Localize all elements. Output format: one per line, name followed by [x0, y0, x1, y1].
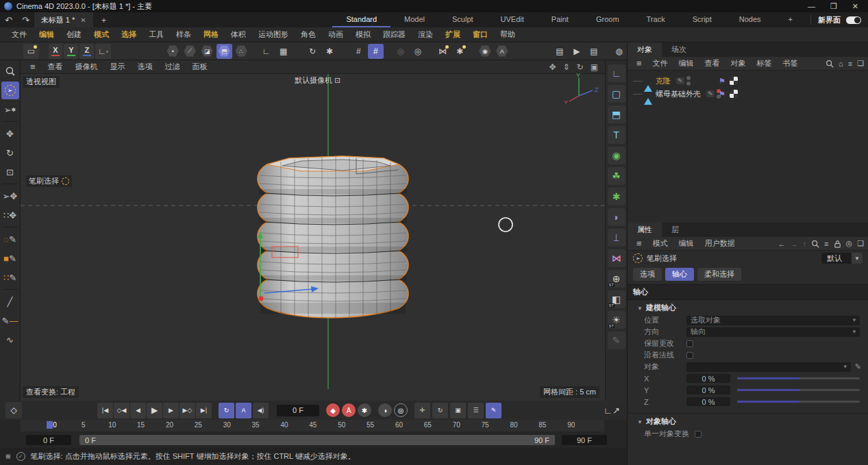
layout-tab-model[interactable]: Model	[390, 12, 438, 27]
falloff-settings-icon[interactable]: ◎	[410, 44, 425, 59]
layout-tab-paint[interactable]: Paint	[538, 12, 582, 27]
menu-tracker[interactable]: 跟踪器	[377, 29, 412, 40]
keying-settings-icon[interactable]: ✱	[358, 403, 371, 417]
mirror-settings-icon[interactable]: ✱	[452, 44, 468, 59]
layout-tab-standard[interactable]: Standard	[332, 12, 390, 27]
object-list[interactable]: 克隆 ✎ ⚑ 螺母基础外壳 ✎ ⚑	[628, 71, 868, 223]
text-object-icon[interactable]: T	[608, 126, 625, 144]
am-lock-icon[interactable]	[834, 240, 841, 248]
direction-dropdown[interactable]: 轴向▼	[686, 327, 860, 337]
sound-button[interactable]: ◀)	[253, 403, 269, 418]
polygon-mode-icon[interactable]: ◪	[199, 44, 215, 59]
om-menu-bookmarks[interactable]: 书签	[778, 58, 803, 68]
om-search-icon[interactable]	[826, 60, 834, 68]
keyframe-selection-icon[interactable]: ◑	[378, 403, 392, 417]
prev-key-button[interactable]: ◇◀	[114, 403, 129, 418]
layout-tab-script[interactable]: Script	[679, 12, 726, 27]
keyframe-presets-icon[interactable]: ◎	[394, 403, 408, 417]
next-frame-button[interactable]: ▶	[163, 403, 179, 418]
om-home-icon[interactable]: ⌂	[839, 60, 843, 68]
menu-create[interactable]: 创建	[60, 29, 88, 40]
tab-takes[interactable]: 场次	[662, 42, 696, 57]
phong-tag-icon[interactable]	[730, 90, 738, 98]
range-start-field[interactable]: 0 F	[26, 435, 71, 445]
object-link-field[interactable]: ▼	[686, 362, 851, 372]
am-target-icon[interactable]: ◎	[846, 239, 853, 248]
am-popout-icon[interactable]: ❏	[857, 239, 864, 248]
project-settings-icon[interactable]: ▭	[23, 44, 39, 59]
menu-mesh[interactable]: 网格	[197, 29, 225, 40]
field-axis-icon[interactable]: ⟘	[608, 229, 625, 247]
record-keyframe-button[interactable]: ◇	[5, 402, 22, 418]
axis-settings-icon[interactable]: ✱	[321, 44, 337, 59]
am-hamburger-icon[interactable]: ≡	[632, 238, 647, 249]
range-end-field[interactable]: 90 F	[562, 435, 607, 445]
menu-select[interactable]: 选择	[115, 29, 142, 40]
object-name[interactable]: 螺母基础外壳	[656, 89, 701, 99]
sky-object-icon[interactable]: ⊕ST	[608, 270, 625, 288]
menu-volume[interactable]: 体积	[225, 29, 252, 40]
key-pla-button[interactable]: ✎	[486, 403, 501, 418]
mode-tab-options[interactable]: 选项	[633, 268, 662, 281]
scene-canvas[interactable]	[21, 74, 605, 389]
am-forward-icon[interactable]: →	[791, 240, 798, 248]
vp-menu-filter[interactable]: 过滤	[160, 62, 186, 72]
loop-playback-button[interactable]: ↻	[219, 403, 234, 418]
zoom-tool-icon[interactable]	[1, 62, 19, 80]
menu-render[interactable]: 渲染	[412, 29, 439, 40]
visibility-dots[interactable]	[686, 76, 691, 86]
menu-simulate[interactable]: 模拟	[349, 29, 377, 40]
vp-menu-camera[interactable]: 摄像机	[70, 62, 103, 72]
x-axis-lock-button[interactable]: X	[49, 44, 63, 59]
snap-grid-icon[interactable]: #	[351, 44, 367, 59]
menu-animate[interactable]: 动画	[322, 29, 349, 40]
polygon-pen-tool-icon[interactable]: ■✎	[1, 249, 19, 267]
enable-axis-icon[interactable]: ↻	[304, 44, 320, 59]
x-slider[interactable]	[737, 377, 860, 379]
volume-pen-tool-icon[interactable]: ∷✎	[1, 268, 19, 286]
live-selection-tool-icon[interactable]: ➢	[1, 81, 19, 99]
goto-start-button[interactable]: |◀	[97, 403, 113, 418]
render-view-icon[interactable]: ▤	[551, 44, 567, 59]
vp-menu-options[interactable]: 选项	[132, 62, 158, 72]
next-key-button[interactable]: ▶◇	[179, 403, 195, 418]
scale-tool-icon[interactable]: ⊡	[1, 163, 19, 181]
add-tab-button[interactable]: +	[93, 15, 115, 25]
am-menu-mode[interactable]: 模式	[648, 238, 673, 249]
menu-mode[interactable]: 模式	[88, 29, 115, 40]
tab-attributes[interactable]: 属性	[628, 223, 662, 237]
om-menu-tags[interactable]: 标签	[752, 58, 777, 68]
quantize-lock-icon[interactable]: #	[368, 44, 384, 59]
preset-dropdown[interactable]: 默认 ▼	[821, 253, 863, 264]
auto-hex-icon[interactable]: A	[494, 44, 510, 59]
play-button[interactable]: ▶	[147, 403, 162, 418]
menu-tools[interactable]: 工具	[142, 29, 170, 40]
am-back-icon[interactable]: ←	[778, 240, 786, 248]
light-object-icon[interactable]: ☀ST	[608, 311, 625, 329]
timeline-window-icon[interactable]: ∟↗	[604, 405, 620, 416]
points-mode-icon[interactable]: •	[165, 44, 181, 59]
key-scale-button[interactable]: ▣	[450, 403, 466, 418]
render-settings-icon[interactable]: ▤	[586, 44, 602, 59]
sketch-tool-icon[interactable]: ∿	[1, 331, 19, 349]
layout-tab-nodes[interactable]: Nodes	[726, 12, 775, 27]
am-search-icon[interactable]	[811, 240, 819, 248]
y-slider[interactable]	[737, 389, 860, 391]
keep-changes-checkbox[interactable]	[686, 340, 693, 347]
flag-tag-icon[interactable]: ⚑	[719, 77, 726, 86]
tweak-tool-icon[interactable]: ➢✱	[1, 101, 19, 118]
current-frame-field[interactable]: 0 F	[277, 405, 319, 416]
cloner-object-icon[interactable]	[644, 77, 653, 86]
deformer-icon[interactable]: ◗	[608, 208, 625, 226]
new-ui-toggle[interactable]	[846, 16, 861, 24]
spline-pen-tool-icon[interactable]: ◌✎	[1, 230, 19, 248]
maximize-button[interactable]: ❒	[830, 2, 837, 11]
single-transform-checkbox[interactable]	[695, 431, 702, 438]
falloff-icon[interactable]: ◎	[393, 44, 408, 59]
edit-toggle-icon[interactable]: ✎	[676, 77, 684, 84]
menu-mograph[interactable]: 运动图形	[252, 29, 295, 40]
generator-icon[interactable]: ✱	[608, 188, 625, 205]
coordinates-icon[interactable]: ∟	[608, 64, 625, 82]
menu-extensions[interactable]: 扩展	[439, 29, 467, 40]
om-menu-view[interactable]: 查看	[700, 58, 725, 68]
